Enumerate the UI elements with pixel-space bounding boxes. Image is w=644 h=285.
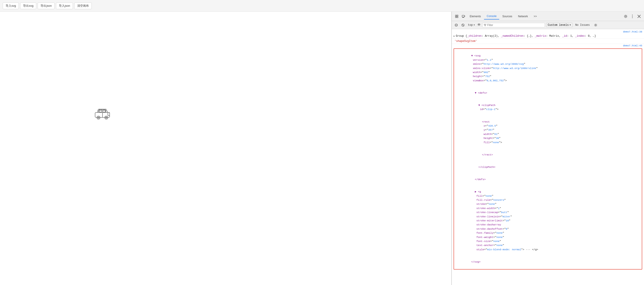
- tab-sources[interactable]: Sources: [500, 14, 515, 19]
- xml-line-defs-close: </defs>: [456, 173, 640, 186]
- export-json-button[interactable]: 导出json: [38, 3, 54, 9]
- svg-rect-12: [103, 110, 106, 112]
- custom-levels-label: Custom levels: [548, 24, 569, 27]
- devtools-secondary-toolbar: top ▾ 👁 Custom levels ▾ No Issues: [452, 21, 644, 29]
- xml-line-svg-open: ▼ <svg version="1.1" xmlns="http://www.w…: [456, 50, 640, 87]
- clear-canvas-button[interactable]: 清空画布: [74, 3, 92, 9]
- xml-line-rect: <rect x="420.5" y="357" width="61" heigh…: [456, 116, 640, 149]
- xml-line-rect-close: </rect>: [456, 149, 640, 161]
- canvas-area[interactable]: [0, 12, 452, 285]
- xml-line-clippath-open: ▼ <clipPath id="clip-1">: [456, 99, 640, 116]
- group-log-text: Group {_children: Array(2), _namedChildr…: [456, 34, 642, 38]
- source-link-45-text[interactable]: demo7.html:45: [623, 44, 642, 47]
- svg-point-24: [632, 16, 633, 17]
- svg-rect-18: [464, 16, 465, 17]
- console-line-shape[interactable]: 'shapeSvgItem': [452, 39, 644, 44]
- shape-log-text: 'shapeSvgItem': [454, 39, 642, 43]
- xml-line-g: ▶ <g fill="none" fill-rule="nonzero" str…: [456, 186, 640, 256]
- context-selector[interactable]: top ▾: [467, 23, 476, 27]
- toolbar: 导入svg 导出svg 导出json 导入json 清空画布: [0, 0, 644, 12]
- close-devtools-button[interactable]: [636, 13, 642, 20]
- custom-levels-arrow: ▾: [569, 23, 571, 27]
- device-toolbar-button[interactable]: [460, 13, 466, 20]
- source-link-45: demo7.html:45: [452, 44, 644, 48]
- clear-console-button[interactable]: [454, 23, 459, 28]
- settings-button[interactable]: [622, 13, 629, 20]
- svg-point-25: [632, 17, 633, 18]
- import-json-button[interactable]: 导入json: [56, 3, 73, 9]
- filter-icon: [484, 24, 486, 27]
- devtools-panel: Elements Console Sources Network >>: [452, 12, 644, 285]
- tab-more[interactable]: >>: [531, 14, 540, 19]
- eye-icon[interactable]: 👁: [477, 23, 481, 27]
- no-issues-label: No Issues: [574, 23, 591, 27]
- devtools-tab-bar: Elements Console Sources Network >>: [452, 12, 644, 21]
- export-svg-button[interactable]: 导出svg: [20, 3, 36, 9]
- tab-network[interactable]: Network: [515, 14, 530, 19]
- tab-console[interactable]: Console: [484, 13, 499, 20]
- inspect-element-button[interactable]: [454, 13, 460, 20]
- xml-line-svg-close: </svg>: [456, 256, 640, 268]
- svg-point-23: [632, 15, 633, 15]
- filter-area: [482, 23, 545, 27]
- import-svg-button[interactable]: 导入svg: [3, 3, 19, 9]
- svg-rect-11: [99, 110, 102, 112]
- tab-elements[interactable]: Elements: [467, 14, 484, 19]
- svg-rect-16: [457, 17, 458, 18]
- main-area: Elements Console Sources Network >>: [0, 12, 644, 285]
- svg-rect-14: [457, 15, 458, 16]
- filter-input[interactable]: [487, 24, 543, 27]
- svg-rect-17: [462, 15, 464, 17]
- source-link-38: demo7.html:38: [452, 30, 644, 34]
- xml-block: ▼ <svg version="1.1" xmlns="http://www.w…: [454, 48, 642, 269]
- source-link-38-text[interactable]: demo7.html:38: [623, 31, 642, 33]
- context-dropdown-icon: ▾: [474, 23, 475, 27]
- svg-point-22: [625, 16, 626, 17]
- svg-rect-13: [455, 15, 456, 16]
- console-content[interactable]: demo7.html:38 ▶ Group {_children: Array(…: [452, 29, 644, 285]
- console-line-group[interactable]: ▶ Group {_children: Array(2), _namedChil…: [452, 34, 644, 39]
- vehicle-icon: [94, 108, 112, 123]
- xml-line-clippath-close: </clipPath>: [456, 161, 640, 173]
- expand-group-icon[interactable]: ▶: [454, 34, 455, 38]
- xml-line-defs-open: ▼ <defs>: [456, 87, 640, 99]
- custom-levels-dropdown[interactable]: Custom levels ▾: [546, 23, 572, 27]
- more-options-button[interactable]: [629, 13, 636, 20]
- svg-line-31: [462, 24, 464, 26]
- svg-point-32: [595, 25, 596, 26]
- svg-rect-15: [455, 17, 456, 18]
- context-label: top: [468, 24, 473, 27]
- console-settings-button[interactable]: [592, 22, 599, 28]
- block-url-button[interactable]: [460, 23, 466, 28]
